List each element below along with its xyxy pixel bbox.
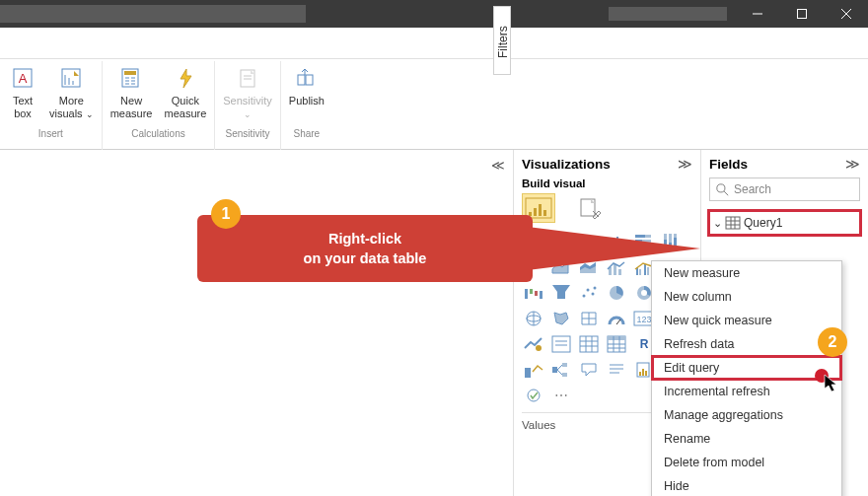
callout-line1: Right-click: [328, 231, 401, 247]
smart-narrative-icon[interactable]: [605, 359, 628, 381]
maximize-icon: [797, 9, 807, 19]
sensitivity-button: Sensitivity⌄: [217, 61, 278, 128]
new-measure-label: New measure: [110, 95, 153, 120]
shape-map-icon[interactable]: [577, 308, 601, 329]
callout-badge-1: 1: [211, 199, 241, 229]
ctx-incremental-refresh[interactable]: Incremental refresh: [652, 380, 841, 403]
maximize-button[interactable]: [779, 0, 824, 28]
format-icon: [579, 197, 601, 219]
svg-rect-112: [562, 373, 567, 377]
sensitivity-label: Sensitivity⌄: [223, 95, 272, 121]
funnel-icon[interactable]: [549, 282, 573, 304]
svg-line-109: [557, 365, 562, 370]
ctx-hide[interactable]: Hide: [652, 474, 841, 496]
table-icon[interactable]: [577, 333, 601, 355]
textbox-button[interactable]: A Text box: [2, 61, 43, 128]
context-menu: New measure New column New quick measure…: [651, 260, 842, 496]
waterfall-icon[interactable]: [522, 282, 545, 304]
more-visuals-icon[interactable]: ⋯: [549, 385, 573, 406]
svg-rect-111: [562, 363, 567, 367]
svg-point-71: [587, 289, 590, 292]
fields-search-input[interactable]: Search: [709, 177, 860, 201]
publish-button[interactable]: Publish: [283, 61, 330, 128]
field-table-label: Query1: [744, 216, 782, 230]
svg-marker-69: [552, 285, 570, 299]
ctx-edit-query[interactable]: Edit query: [652, 356, 841, 380]
svg-point-73: [594, 287, 597, 290]
qa-icon[interactable]: [577, 359, 601, 381]
ctx-new-quick-measure[interactable]: New quick measure: [652, 309, 841, 332]
sensitivity-icon: [233, 63, 262, 93]
svg-rect-27: [543, 210, 546, 216]
textbox-icon: A: [8, 63, 37, 93]
close-button[interactable]: [824, 0, 868, 28]
svg-point-92: [536, 345, 542, 351]
more-visuals-label: Morevisuals ⌄: [49, 95, 94, 121]
matrix-icon[interactable]: [605, 333, 628, 355]
publish-label: Publish: [289, 95, 325, 107]
more-visuals-button[interactable]: Morevisuals ⌄: [43, 61, 100, 128]
textbox-label: Text box: [13, 95, 33, 120]
ctx-new-column[interactable]: New column: [652, 285, 841, 309]
filters-tab[interactable]: Filters: [493, 6, 511, 75]
key-influencers-icon[interactable]: [522, 359, 545, 381]
visualizations-collapse-button[interactable]: ≫: [678, 156, 692, 172]
account-redacted: [609, 7, 727, 21]
minimize-button[interactable]: [735, 0, 779, 28]
fields-collapse-button[interactable]: ≫: [845, 156, 860, 172]
svg-line-110: [557, 370, 562, 375]
sensitivity-group-label: Sensitivity: [226, 128, 270, 139]
report-canvas[interactable]: ≪: [0, 150, 513, 496]
format-visual-tab[interactable]: [573, 193, 607, 223]
kpi-icon[interactable]: [522, 333, 545, 355]
svg-rect-66: [530, 289, 533, 294]
title-redacted: [0, 5, 306, 23]
scatter-icon[interactable]: [577, 282, 601, 304]
svg-rect-26: [539, 204, 542, 216]
svg-rect-22: [306, 75, 313, 85]
svg-point-72: [592, 293, 595, 296]
svg-rect-123: [726, 217, 740, 229]
slicer-icon[interactable]: [549, 333, 573, 355]
more-visuals-icon: [56, 63, 86, 93]
svg-rect-65: [525, 289, 528, 299]
svg-rect-1: [797, 10, 806, 19]
insert-group-label: Insert: [38, 128, 63, 139]
publish-icon: [292, 63, 322, 93]
svg-line-85: [616, 319, 620, 324]
map-icon[interactable]: [522, 308, 545, 329]
pie-icon[interactable]: [605, 282, 628, 304]
svg-rect-117: [639, 372, 641, 376]
callout-line2: on your data table: [304, 250, 427, 266]
quick-measure-button[interactable]: Quick measure: [158, 61, 212, 128]
ribbon-group-sensitivity: Sensitivity⌄ Sensitivity: [215, 61, 281, 150]
field-table-query1[interactable]: ⌄ Query1: [709, 211, 860, 235]
svg-rect-107: [525, 368, 531, 378]
decomposition-icon[interactable]: [549, 359, 573, 381]
svg-rect-93: [552, 336, 570, 352]
ctx-refresh-data[interactable]: Refresh data: [652, 332, 841, 356]
minimize-icon: [753, 9, 762, 19]
ctx-delete-from-model[interactable]: Delete from model: [652, 451, 841, 474]
ctx-rename[interactable]: Rename: [652, 427, 841, 451]
goals-icon[interactable]: [522, 385, 545, 406]
svg-rect-102: [608, 336, 625, 340]
cursor-icon: [825, 375, 840, 392]
ribbon: A Text box Morevisuals ⌄ Insert New meas…: [0, 59, 868, 150]
filled-map-icon[interactable]: [549, 308, 573, 329]
collapse-chevrons-icon[interactable]: ≪: [491, 158, 505, 173]
new-measure-button[interactable]: New measure: [105, 61, 159, 128]
svg-rect-118: [642, 369, 644, 376]
svg-point-120: [528, 390, 540, 401]
svg-rect-21: [298, 75, 305, 85]
share-group-label: Share: [294, 128, 321, 139]
gauge-icon[interactable]: [605, 308, 628, 329]
svg-point-76: [641, 290, 647, 296]
quick-measure-label: Quick measure: [164, 95, 206, 120]
callout-badge-2: 2: [818, 327, 847, 357]
fields-title: Fields: [709, 157, 748, 172]
ctx-new-measure[interactable]: New measure: [652, 261, 841, 285]
calculations-group-label: Calculations: [131, 128, 184, 139]
ctx-manage-aggregations[interactable]: Manage aggregations: [652, 403, 841, 427]
svg-rect-25: [534, 208, 537, 216]
